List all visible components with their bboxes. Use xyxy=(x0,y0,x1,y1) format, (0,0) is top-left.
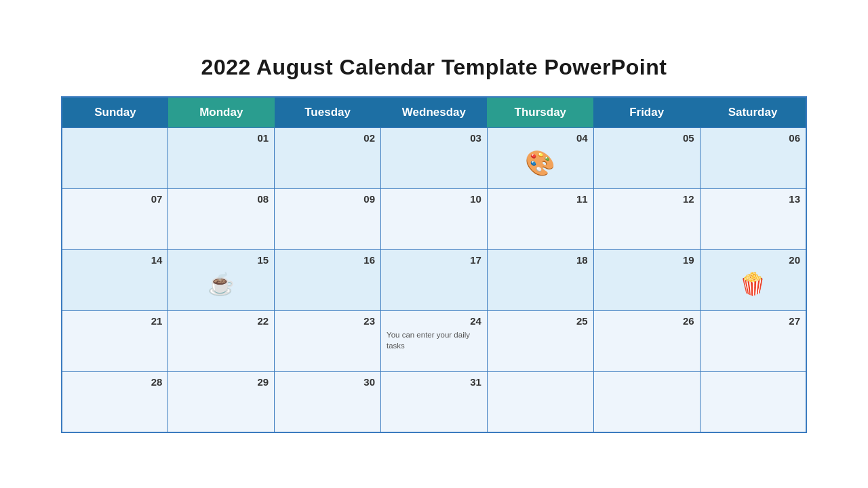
day-number: 28 xyxy=(68,376,162,388)
header-saturday: Saturday xyxy=(700,97,806,128)
header-wednesday: Wednesday xyxy=(381,97,488,128)
calendar-cell: 19 xyxy=(593,249,700,310)
calendar-cell: 10 xyxy=(381,188,488,249)
calendar-cell: 16 xyxy=(275,249,381,310)
calendar-cell: 31 xyxy=(381,371,488,432)
day-number: 31 xyxy=(387,376,481,388)
calendar-cell: 27 xyxy=(700,310,806,371)
day-number: 19 xyxy=(599,254,694,266)
header-friday: Friday xyxy=(593,97,700,128)
day-number: 10 xyxy=(387,193,481,205)
calendar-cell xyxy=(487,371,593,432)
calendar-cell: 26 xyxy=(593,310,700,371)
header-sunday: Sunday xyxy=(62,97,168,128)
header-tuesday: Tuesday xyxy=(275,97,381,128)
day-number: 16 xyxy=(280,254,375,266)
day-number: 09 xyxy=(280,193,375,205)
day-number: 24 xyxy=(387,315,481,327)
day-number: 08 xyxy=(174,193,269,205)
palette-icon: 🎨 xyxy=(493,149,588,178)
calendar-table: Sunday Monday Tuesday Wednesday Thursday… xyxy=(61,96,807,434)
header-monday: Monday xyxy=(168,97,275,128)
calendar-cell: 11 xyxy=(487,188,593,249)
day-number: 22 xyxy=(174,315,269,327)
calendar-cell xyxy=(62,127,168,188)
day-number: 05 xyxy=(599,132,694,144)
calendar-row-1: 01020304🎨0506 xyxy=(62,127,806,188)
day-number: 21 xyxy=(68,315,162,327)
day-number: 17 xyxy=(387,254,481,266)
calendar-cell: 21 xyxy=(62,310,168,371)
calendar-cell: 09 xyxy=(275,188,381,249)
calendar-row-4: 21222324You can enter your daily tasks25… xyxy=(62,310,806,371)
calendar-cell: 03 xyxy=(381,127,488,188)
calendar-cell: 24You can enter your daily tasks xyxy=(381,310,488,371)
calendar-cell: 07 xyxy=(62,188,168,249)
calendar-wrapper: Sunday Monday Tuesday Wednesday Thursday… xyxy=(61,96,807,434)
calendar-cell: 22 xyxy=(168,310,275,371)
calendar-cell: 06 xyxy=(700,127,806,188)
day-number: 14 xyxy=(68,254,162,266)
calendar-row-2: 07080910111213 xyxy=(62,188,806,249)
day-number: 29 xyxy=(174,376,269,388)
cell-note: You can enter your daily tasks xyxy=(387,329,481,351)
day-number: 12 xyxy=(599,193,694,205)
day-number: 15 xyxy=(174,254,269,266)
calendar-cell xyxy=(593,371,700,432)
popcorn-icon: 🍿 xyxy=(706,271,800,297)
calendar-cell xyxy=(700,371,806,432)
day-number: 01 xyxy=(174,132,269,144)
calendar-cell: 18 xyxy=(487,249,593,310)
day-number: 04 xyxy=(493,132,588,144)
calendar-cell: 01 xyxy=(168,127,275,188)
calendar-row-3: 1415☕1617181920🍿 xyxy=(62,249,806,310)
calendar-cell: 04🎨 xyxy=(487,127,593,188)
calendar-cell: 13 xyxy=(700,188,806,249)
day-number: 20 xyxy=(706,254,800,266)
calendar-cell: 17 xyxy=(381,249,488,310)
calendar-cell: 20🍿 xyxy=(700,249,806,310)
day-number: 03 xyxy=(387,132,481,144)
calendar-cell: 15☕ xyxy=(168,249,275,310)
day-number: 23 xyxy=(280,315,375,327)
day-number: 25 xyxy=(493,315,588,327)
header-row: Sunday Monday Tuesday Wednesday Thursday… xyxy=(62,97,806,128)
day-number: 11 xyxy=(493,193,588,205)
day-number: 13 xyxy=(706,193,800,205)
calendar-cell: 30 xyxy=(275,371,381,432)
calendar-cell: 02 xyxy=(275,127,381,188)
calendar-cell: 12 xyxy=(593,188,700,249)
day-number: 26 xyxy=(599,315,694,327)
calendar-row-5: 28293031 xyxy=(62,371,806,432)
page-title: 2022 August Calendar Template PowerPoint xyxy=(201,55,667,80)
calendar-cell: 28 xyxy=(62,371,168,432)
day-number: 30 xyxy=(280,376,375,388)
calendar-cell: 05 xyxy=(593,127,700,188)
calendar-cell: 25 xyxy=(487,310,593,371)
header-thursday: Thursday xyxy=(487,97,593,128)
day-number: 07 xyxy=(68,193,162,205)
coffee-icon: ☕ xyxy=(174,271,269,297)
calendar-cell: 23 xyxy=(275,310,381,371)
day-number: 02 xyxy=(280,132,375,144)
day-number: 06 xyxy=(706,132,800,144)
calendar-cell: 29 xyxy=(168,371,275,432)
day-number: 18 xyxy=(493,254,588,266)
calendar-cell: 14 xyxy=(62,249,168,310)
calendar-cell: 08 xyxy=(168,188,275,249)
day-number: 27 xyxy=(706,315,800,327)
